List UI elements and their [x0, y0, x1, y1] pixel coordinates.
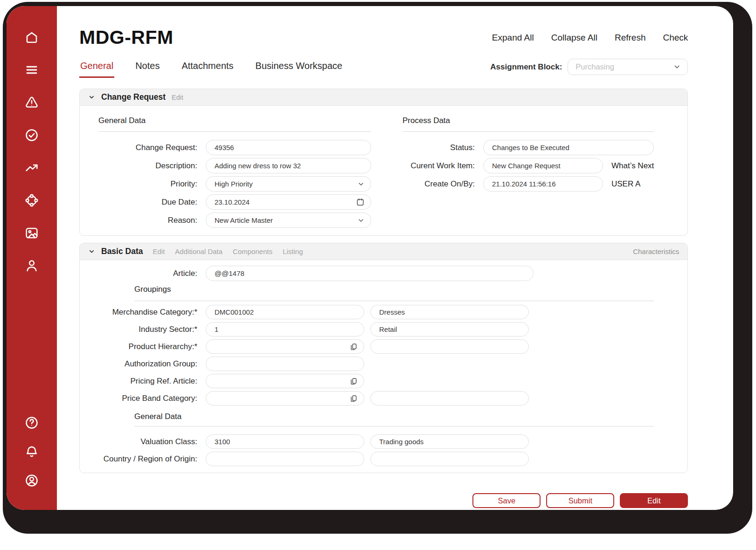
- field-value: Dresses: [379, 308, 405, 316]
- country-origin-description[interactable]: [370, 452, 529, 466]
- product-hierarchy-description[interactable]: [370, 339, 529, 354]
- merchandise-category-description[interactable]: Dresses: [370, 305, 529, 319]
- additional-data-link[interactable]: Additional Data: [175, 248, 222, 255]
- created-by-user: USER A: [611, 179, 640, 189]
- basic-data-body: Article: @@1478 Groupings Merchandise Ca…: [80, 260, 687, 473]
- product-hierarchy-input[interactable]: [206, 339, 364, 354]
- priority-row: Priority: High Priority: [98, 176, 371, 192]
- field-value: 21.10.2024 11:56:16: [492, 180, 556, 188]
- home-icon[interactable]: [24, 29, 40, 45]
- copy-icon[interactable]: [349, 377, 358, 385]
- country-origin-input[interactable]: [206, 452, 364, 466]
- valuation-class-input[interactable]: 3100: [206, 434, 364, 449]
- tab-general[interactable]: General: [79, 61, 114, 78]
- reason-select[interactable]: New Article Master: [206, 213, 371, 228]
- change-request-title: Change Request: [101, 92, 166, 102]
- field-label: Pricing Ref. Article:: [94, 377, 197, 386]
- check-circle-icon[interactable]: [24, 127, 40, 143]
- article-input[interactable]: @@1478: [206, 266, 534, 281]
- valuation-class-description[interactable]: Trading goods: [370, 434, 529, 449]
- general-data-column: General Data Change Request: 49356 Descr…: [98, 110, 371, 231]
- work-item-row: Curent Work Item: New Change Request Wha…: [402, 158, 654, 173]
- sidebar-bottom-group: [24, 415, 40, 488]
- groupings-heading: Groupings: [134, 285, 654, 301]
- image-icon[interactable]: [24, 225, 40, 241]
- listing-link[interactable]: Listing: [283, 248, 303, 255]
- description-input[interactable]: Adding new dress to row 32: [206, 158, 371, 173]
- expand-all-button[interactable]: Expand All: [492, 33, 534, 43]
- pricing-ref-article-input[interactable]: [206, 374, 364, 388]
- share-network-icon[interactable]: [24, 192, 40, 208]
- field-label: Price Band Category:: [94, 394, 197, 403]
- page-title: MDG-RFM: [79, 27, 173, 48]
- change-request-panel: Change Request Edit General Data Change …: [79, 89, 688, 236]
- change-request-number-row: Change Request: 49356: [98, 140, 371, 155]
- field-label: Curent Work Item:: [402, 161, 475, 171]
- user-icon[interactable]: [24, 258, 40, 274]
- chevron-down-icon: [357, 217, 365, 224]
- field-value: 1: [215, 325, 218, 333]
- process-data-column: Process Data Status: Changes to Be Execu…: [402, 110, 654, 231]
- assignment-block-label: Assignment Block:: [490, 62, 562, 72]
- description-row: Description: Adding new dress to row 32: [98, 158, 371, 173]
- check-button[interactable]: Check: [663, 33, 688, 43]
- copy-icon[interactable]: [349, 343, 358, 351]
- characteristics-link[interactable]: Characteristics: [633, 248, 679, 255]
- industry-sector-row: Industry Sector:* 1 Retail: [94, 322, 654, 337]
- account-icon[interactable]: [24, 473, 40, 488]
- field-label: Authorization Group:: [94, 359, 197, 369]
- edit-button[interactable]: Edit: [620, 493, 688, 508]
- bd-general-rows: Valuation Class: 3100 Trading goods Coun…: [94, 434, 654, 466]
- warning-icon[interactable]: [24, 95, 40, 110]
- basic-data-header: Basic Data Edit Additional Data Componen…: [80, 243, 687, 260]
- menu-icon[interactable]: [24, 62, 40, 78]
- tab-attachments[interactable]: Attachments: [180, 61, 234, 78]
- copy-icon[interactable]: [349, 394, 358, 403]
- help-icon[interactable]: [24, 415, 40, 431]
- basic-data-edit-link[interactable]: Edit: [153, 248, 165, 255]
- collapse-all-button[interactable]: Collapse All: [551, 33, 597, 43]
- trending-up-icon[interactable]: [24, 160, 40, 176]
- merchandise-category-row: Merchandise Category:* DMC001002 Dresses: [94, 305, 654, 319]
- industry-sector-input[interactable]: 1: [206, 322, 364, 337]
- save-button[interactable]: Save: [472, 493, 541, 508]
- industry-sector-description[interactable]: Retail: [370, 322, 529, 337]
- price-band-category-input[interactable]: [206, 391, 364, 406]
- calendar-icon[interactable]: [356, 198, 365, 206]
- field-label: Status:: [402, 143, 475, 152]
- tab-business-workspace[interactable]: Business Workspace: [255, 61, 343, 78]
- bell-icon[interactable]: [24, 444, 40, 460]
- status-input[interactable]: Changes to Be Executed: [483, 140, 654, 155]
- components-link[interactable]: Components: [233, 248, 272, 255]
- submit-button[interactable]: Submit: [546, 493, 614, 508]
- refresh-button[interactable]: Refresh: [615, 33, 646, 43]
- field-value: 49356: [215, 144, 234, 151]
- due-date-input[interactable]: 23.10.2024: [206, 194, 371, 210]
- valuation-class-row: Valuation Class: 3100 Trading goods: [94, 434, 654, 449]
- collapse-section-icon[interactable]: [88, 248, 95, 255]
- tab-notes[interactable]: Notes: [134, 61, 160, 78]
- whats-next-link[interactable]: What’s Next: [611, 161, 654, 171]
- created-row: Create On/By: 21.10.2024 11:56:16 USER A: [402, 176, 654, 192]
- collapse-section-icon[interactable]: [88, 94, 95, 101]
- article-row: Article: @@1478: [94, 266, 654, 281]
- groupings-rows: Merchandise Category:* DMC001002 Dresses…: [94, 305, 654, 406]
- change-request-edit-link[interactable]: Edit: [172, 94, 183, 101]
- created-on-input[interactable]: 21.10.2024 11:56:16: [483, 176, 603, 192]
- change-request-number-input[interactable]: 49356: [206, 140, 371, 155]
- field-label: Priority:: [98, 179, 197, 189]
- main-content: MDG-RFM Expand All Collapse All Refresh …: [57, 6, 733, 510]
- chevron-down-icon: [673, 63, 681, 71]
- product-hierarchy-row: Product Hierarchy:*: [94, 339, 654, 354]
- chevron-down-icon: [357, 180, 365, 188]
- price-band-category-description[interactable]: [370, 391, 529, 406]
- priority-select[interactable]: High Priority: [206, 176, 371, 192]
- assignment-block-select[interactable]: Purchasing: [568, 59, 688, 75]
- merchandise-category-input[interactable]: DMC001002: [206, 305, 364, 319]
- authorization-group-input[interactable]: [206, 357, 364, 371]
- field-value: Trading goods: [379, 438, 423, 446]
- work-item-input[interactable]: New Change Request: [483, 158, 603, 173]
- field-value: High Priority: [215, 180, 253, 188]
- footer-actions: Save Submit Edit: [79, 493, 688, 508]
- country-origin-row: Country / Region of Origin:: [94, 452, 654, 466]
